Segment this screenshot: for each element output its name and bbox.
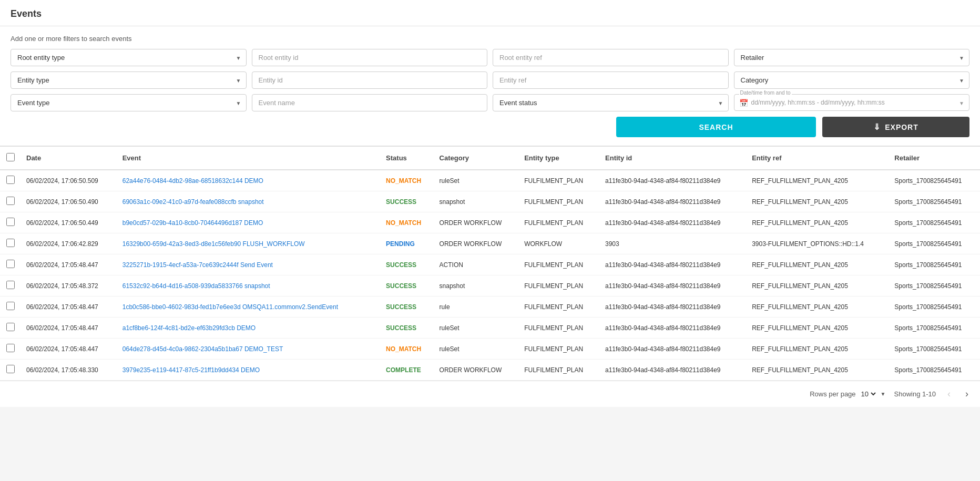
row-checkbox-cell[interactable]	[0, 275, 21, 296]
row-checkbox-cell[interactable]	[0, 318, 21, 339]
event-link[interactable]: 064de278-d45d-4c0a-9862-2304a5b1ba67 DEM…	[122, 345, 283, 353]
category-field: Category	[734, 71, 970, 89]
event-link[interactable]: 69063a1c-09e2-41c0-a97d-feafe088ccfb sna…	[122, 198, 264, 206]
row-entity-id: a11fe3b0-94ad-4348-af84-f80211d384e9	[600, 360, 747, 381]
event-status-select[interactable]: Event status	[493, 94, 729, 111]
row-checkbox[interactable]	[6, 260, 15, 268]
row-status: NO_MATCH	[381, 170, 434, 191]
search-button[interactable]: SEARCH	[616, 117, 816, 137]
datetime-dropdown-icon: ▼	[959, 100, 964, 106]
row-entity-id: a11fe3b0-94ad-4348-af84-f80211d384e9	[600, 318, 747, 339]
event-link[interactable]: 16329b00-659d-42a3-8ed3-d8e1c56feb90 FLU…	[122, 240, 305, 248]
event-link[interactable]: 3979e235-e119-4417-87c5-21ff1b9dd434 DEM…	[122, 366, 260, 374]
event-name-input[interactable]	[252, 94, 488, 111]
row-checkbox[interactable]	[6, 197, 15, 205]
select-all-header[interactable]	[0, 147, 21, 170]
row-checkbox[interactable]	[6, 344, 15, 352]
row-status: SUCCESS	[381, 275, 434, 296]
row-checkbox[interactable]	[6, 218, 15, 226]
status-badge: NO_MATCH	[386, 177, 421, 185]
next-page-button[interactable]: ›	[962, 387, 972, 401]
row-entity-type: FULFILMENT_PLAN	[519, 191, 600, 212]
row-retailer: Sports_1700825645491	[889, 296, 980, 318]
row-date: 06/02/2024, 17:05:48.447	[21, 318, 117, 339]
row-entity-type: FULFILMENT_PLAN	[519, 275, 600, 296]
row-checkbox[interactable]	[6, 176, 15, 184]
entity-type-select[interactable]: Entity type	[11, 71, 247, 89]
event-link[interactable]: a1cf8be6-124f-4c81-bd2e-ef63b29fd3cb DEM…	[122, 324, 256, 332]
row-entity-ref: REF_FULFILLMENT_PLAN_4205	[747, 275, 889, 296]
row-checkbox[interactable]	[6, 239, 15, 247]
retailer-select[interactable]: Retailer	[734, 49, 970, 66]
table-section: Date Event Status Category Entity type E…	[0, 147, 980, 407]
status-badge: SUCCESS	[386, 198, 416, 206]
pagination-row: Rows per page 10 25 50 ▼ Showing 1-10 ‹ …	[0, 381, 980, 407]
row-event[interactable]: 16329b00-659d-42a3-8ed3-d8e1c56feb90 FLU…	[117, 233, 381, 254]
row-retailer: Sports_1700825645491	[889, 339, 980, 360]
row-event[interactable]: b9e0cd57-029b-4a10-8cb0-70464496d187 DEM…	[117, 212, 381, 233]
entity-ref-field	[493, 71, 729, 89]
row-event[interactable]: 1cb0c586-bbe0-4602-983d-fed1b7e6ee3d OMS…	[117, 296, 381, 318]
export-button[interactable]: ⇓ EXPORT	[822, 117, 969, 137]
row-checkbox-cell[interactable]	[0, 339, 21, 360]
row-event[interactable]: 3225271b-1915-4ecf-a53a-7ce639c2444f Sen…	[117, 254, 381, 275]
event-link[interactable]: 3225271b-1915-4ecf-a53a-7ce639c2444f Sen…	[122, 261, 273, 269]
event-link[interactable]: 1cb0c586-bbe0-4602-983d-fed1b7e6ee3d OMS…	[122, 303, 338, 311]
row-category: snapshot	[434, 191, 519, 212]
row-event[interactable]: 61532c92-b64d-4d16-a508-939da5833766 sna…	[117, 275, 381, 296]
event-link[interactable]: b9e0cd57-029b-4a10-8cb0-70464496d187 DEM…	[122, 219, 263, 227]
root-entity-type-field: Root entity type	[11, 49, 247, 66]
entity-id-input[interactable]	[252, 71, 488, 89]
row-checkbox[interactable]	[6, 323, 15, 331]
row-retailer: Sports_1700825645491	[889, 233, 980, 254]
datetime-input[interactable]	[734, 94, 970, 111]
row-status: SUCCESS	[381, 254, 434, 275]
row-date: 06/02/2024, 17:05:48.447	[21, 296, 117, 318]
rows-per-page-control: Rows per page 10 25 50 ▼	[810, 390, 885, 398]
event-link[interactable]: 61532c92-b64d-4d16-a508-939da5833766 sna…	[122, 282, 270, 290]
row-event[interactable]: 3979e235-e119-4417-87c5-21ff1b9dd434 DEM…	[117, 360, 381, 381]
row-checkbox-cell[interactable]	[0, 254, 21, 275]
root-entity-id-input[interactable]	[252, 49, 488, 66]
root-entity-ref-input[interactable]	[493, 49, 729, 66]
row-checkbox-cell[interactable]	[0, 360, 21, 381]
prev-page-button[interactable]: ‹	[944, 387, 954, 401]
row-entity-id: a11fe3b0-94ad-4348-af84-f80211d384e9	[600, 275, 747, 296]
event-type-select[interactable]: Event type	[11, 94, 247, 111]
row-event[interactable]: 69063a1c-09e2-41c0-a97d-feafe088ccfb sna…	[117, 191, 381, 212]
row-checkbox-cell[interactable]	[0, 233, 21, 254]
rows-per-page-select[interactable]: 10 25 50	[859, 390, 877, 398]
row-status: SUCCESS	[381, 296, 434, 318]
entity-ref-input[interactable]	[493, 71, 729, 89]
col-date: Date	[21, 147, 117, 170]
filter-section: Add one or more filters to search events…	[0, 26, 980, 147]
row-event[interactable]: 62a44e76-0484-4db2-98ae-68518632c144 DEM…	[117, 170, 381, 191]
status-badge: NO_MATCH	[386, 345, 421, 353]
row-checkbox[interactable]	[6, 365, 15, 373]
row-entity-type: FULFILMENT_PLAN	[519, 360, 600, 381]
row-checkbox-cell[interactable]	[0, 212, 21, 233]
row-entity-ref: 3903-FULFILMENT_OPTIONS::HD::1.4	[747, 233, 889, 254]
rows-per-page-label: Rows per page	[810, 390, 855, 398]
col-status: Status	[381, 147, 434, 170]
row-retailer: Sports_1700825645491	[889, 170, 980, 191]
row-date: 06/02/2024, 17:05:48.330	[21, 360, 117, 381]
row-checkbox-cell[interactable]	[0, 296, 21, 318]
col-entity-ref: Entity ref	[747, 147, 889, 170]
row-category: rule	[434, 296, 519, 318]
row-checkbox-cell[interactable]	[0, 191, 21, 212]
row-event[interactable]: a1cf8be6-124f-4c81-bd2e-ef63b29fd3cb DEM…	[117, 318, 381, 339]
row-checkbox-cell[interactable]	[0, 170, 21, 191]
row-entity-ref: REF_FULFILLMENT_PLAN_4205	[747, 360, 889, 381]
event-link[interactable]: 62a44e76-0484-4db2-98ae-68518632c144 DEM…	[122, 177, 263, 185]
select-all-checkbox[interactable]	[6, 153, 15, 161]
root-entity-type-select[interactable]: Root entity type	[11, 49, 247, 66]
row-entity-type: FULFILMENT_PLAN	[519, 212, 600, 233]
row-checkbox[interactable]	[6, 302, 15, 310]
category-select[interactable]: Category	[734, 71, 970, 89]
row-status: COMPLETE	[381, 360, 434, 381]
row-date: 06/02/2024, 17:05:48.372	[21, 275, 117, 296]
row-entity-ref: REF_FULFILLMENT_PLAN_4205	[747, 318, 889, 339]
row-event[interactable]: 064de278-d45d-4c0a-9862-2304a5b1ba67 DEM…	[117, 339, 381, 360]
row-checkbox[interactable]	[6, 281, 15, 289]
